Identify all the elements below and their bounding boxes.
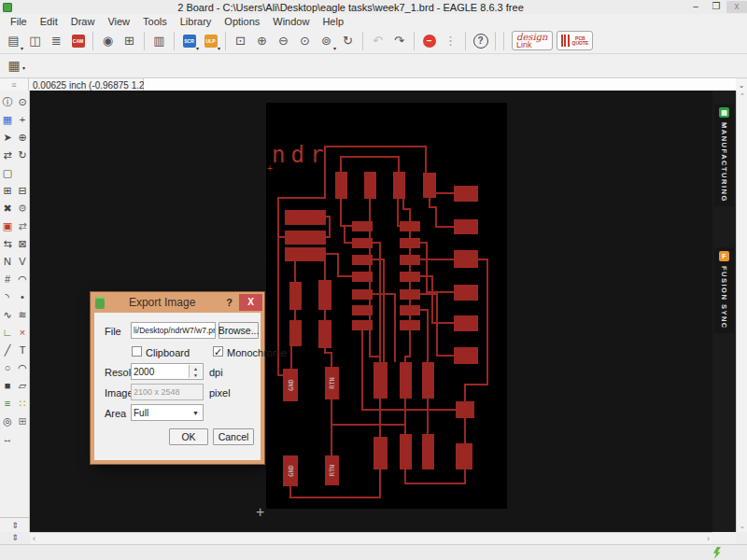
hole-tool[interactable]: ◎ <box>3 413 12 428</box>
select-tool[interactable]: ➤ <box>3 130 11 145</box>
print-button[interactable]: ≣ <box>47 31 66 50</box>
group-tool[interactable]: ▢ <box>3 165 12 180</box>
display-layers-tool[interactable]: ▦ <box>3 112 12 127</box>
meander-tool[interactable]: ∿ <box>3 307 11 322</box>
ok-button[interactable]: OK <box>169 428 208 445</box>
lock-tool[interactable]: ⊠ <box>18 236 26 251</box>
redo-button[interactable]: ↷ <box>389 31 409 50</box>
signal-width-tool[interactable]: ↔ <box>3 431 13 446</box>
scroll-up-icon[interactable]: ⌃ <box>737 92 747 100</box>
replace-tool[interactable]: ⇄ <box>18 218 26 233</box>
change-tool[interactable]: ⚙ <box>18 201 27 216</box>
stop-button[interactable]: – <box>419 31 439 50</box>
ratsnest-tool[interactable]: ≋ <box>18 307 26 322</box>
miter-tool[interactable]: ◠ <box>18 272 27 287</box>
resolution-input[interactable]: 2000 ▲ ▼ <box>131 363 204 380</box>
clipboard-checkbox[interactable] <box>132 346 142 357</box>
run-ulp-button[interactable]: ULP▾ <box>201 31 220 50</box>
show-tool[interactable]: ⊙ <box>18 94 26 109</box>
menu-item-options[interactable]: Options <box>218 16 266 27</box>
cam-processor-button[interactable]: CAM <box>68 31 88 50</box>
close-button[interactable]: x <box>726 1 747 13</box>
pcb-quote-button[interactable]: PCB QUOTE <box>557 31 594 50</box>
scroll-down-icon[interactable]: ⌄ <box>737 523 747 530</box>
array-tool[interactable]: ⊞ <box>18 413 26 428</box>
arc-tool[interactable]: ◠ <box>18 360 27 375</box>
menu-item-file[interactable]: File <box>4 16 34 27</box>
circle-tool[interactable]: ○ <box>5 360 11 375</box>
command-input[interactable] <box>144 78 736 91</box>
copy-tool[interactable]: ⊞ <box>3 183 11 198</box>
zoom-select-button[interactable]: ⊚▾ <box>317 31 336 50</box>
name-tool[interactable]: N <box>4 254 11 269</box>
zoom-in-button[interactable]: ⊕ <box>252 31 272 50</box>
smash-tool[interactable]: # <box>5 272 10 287</box>
file-input[interactable]: li/Desktop/ndrW7/w7.png <box>131 322 216 339</box>
paste-tool[interactable]: ⊟ <box>18 183 26 198</box>
menu-item-edit[interactable]: Edit <box>34 16 64 27</box>
pinswap-tool[interactable]: ⇆ <box>3 236 11 251</box>
sidebar-bottom-corner[interactable]: ⇕ <box>0 532 30 544</box>
horizontal-scrollbar[interactable]: ‹ › <box>30 532 712 544</box>
dialog-title-bar[interactable]: Export Image ? X <box>91 292 264 313</box>
resolution-spinner[interactable]: ▲ ▼ <box>189 365 202 378</box>
run-script-button[interactable]: SCR▾ <box>179 31 199 50</box>
ripup-tool[interactable]: × <box>20 325 25 340</box>
mirror-tool[interactable]: ⇄ <box>3 147 11 162</box>
restore-button[interactable]: ❐ <box>706 1 726 13</box>
sidebar-collapse-button[interactable]: ⇕ <box>0 517 30 530</box>
tab-manufacturing[interactable]: ▤MANUFACTURING <box>714 104 734 206</box>
switch-board-button[interactable]: ⊞ <box>120 31 139 50</box>
split-tool[interactable]: ◝ <box>6 289 9 304</box>
spin-down-icon[interactable]: ▼ <box>193 372 198 378</box>
scroll-left-icon[interactable]: ‹ <box>30 534 38 543</box>
smd-tool[interactable]: ∷ <box>20 396 26 411</box>
menu-item-view[interactable]: View <box>101 16 136 27</box>
menu-item-window[interactable]: Window <box>266 16 316 27</box>
info-tool[interactable]: ⓘ <box>3 94 13 109</box>
move-tool[interactable]: ⊕ <box>18 130 26 145</box>
dialog-close-button[interactable]: X <box>239 294 262 311</box>
mark-tool[interactable]: + <box>20 112 25 127</box>
menu-item-tools[interactable]: Tools <box>136 16 174 27</box>
monochrome-checkbox[interactable]: ✓ <box>213 346 223 357</box>
value-tool[interactable]: V <box>19 254 25 269</box>
traffic-light-icon[interactable]: ⋮ <box>441 31 460 50</box>
route-tool[interactable]: ∟ <box>3 325 13 340</box>
refresh-button[interactable]: ↻ <box>338 31 358 50</box>
zoom-redraw-button[interactable]: ⊙ <box>295 31 315 50</box>
command-dropdown-icon[interactable]: ⌄ <box>736 78 747 91</box>
undo-button[interactable]: ↶ <box>368 31 388 50</box>
spin-up-icon[interactable]: ▲ <box>193 366 198 371</box>
vertical-scrollbar[interactable]: ⌃ ⌄ <box>736 91 747 532</box>
wire-tool[interactable]: ╱ <box>5 343 11 357</box>
coord-grip-icon[interactable]: ≡ <box>0 78 29 91</box>
grid-button[interactable]: ▦ ▾ <box>5 57 23 76</box>
optimize-tool[interactable]: • <box>21 289 24 304</box>
rect-tool[interactable]: ■ <box>5 378 11 393</box>
text-tool[interactable]: T <box>20 343 26 357</box>
add-part-tool[interactable]: ▣ <box>3 218 12 233</box>
scroll-right-icon[interactable]: › <box>704 534 712 543</box>
polygon-tool[interactable]: ▱ <box>19 378 26 393</box>
delete-tool[interactable]: ✖ <box>3 201 11 216</box>
zoom-fit-button[interactable]: ⊡ <box>231 31 250 50</box>
dialog-help-button[interactable]: ? <box>219 297 239 308</box>
open-button[interactable]: ▤▾ <box>4 31 23 50</box>
tab-fusion-sync[interactable]: FFUSION SYNC <box>714 247 734 333</box>
layer-settings-button[interactable]: ▥ <box>149 31 169 50</box>
cancel-button[interactable]: Cancel <box>213 428 254 445</box>
pcb-board[interactable]: GNDRTNGNDRTNndr+ <box>266 103 507 509</box>
area-dropdown[interactable]: Full ▼ <box>131 404 204 421</box>
menu-item-draw[interactable]: Draw <box>64 16 102 27</box>
minimize-button[interactable]: – <box>685 1 706 13</box>
save-button[interactable]: ◫ <box>25 31 45 50</box>
zoom-out-button[interactable]: ⊖ <box>274 31 293 50</box>
design-link-button[interactable]: design Link <box>512 31 553 50</box>
via-tool[interactable]: ≡ <box>5 396 10 411</box>
help-button[interactable]: ? <box>471 31 490 50</box>
export-image-button[interactable]: ◉ <box>98 31 118 50</box>
menu-item-help[interactable]: Help <box>316 16 350 27</box>
rotate-tool[interactable]: ↻ <box>18 147 26 162</box>
menu-item-library[interactable]: Library <box>174 16 218 27</box>
